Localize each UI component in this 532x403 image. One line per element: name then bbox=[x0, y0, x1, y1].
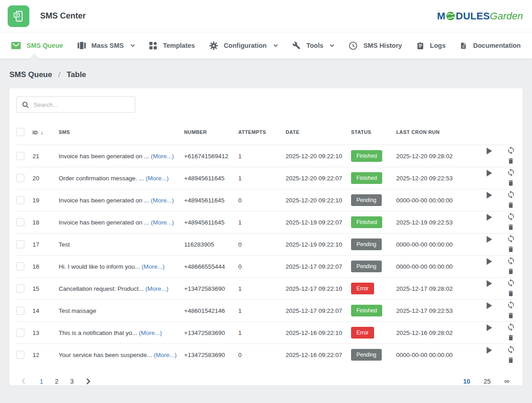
row-checkbox[interactable] bbox=[16, 152, 24, 160]
delete-button[interactable] bbox=[506, 244, 516, 254]
wrench-icon bbox=[292, 41, 301, 50]
run-button[interactable] bbox=[484, 168, 494, 178]
delete-button[interactable] bbox=[506, 355, 516, 365]
run-button[interactable] bbox=[484, 212, 494, 222]
nav-item-sms-queue[interactable]: SMS Queue bbox=[11, 42, 63, 49]
row-checkbox[interactable] bbox=[16, 307, 24, 315]
row-id: 18 bbox=[32, 211, 59, 234]
more-link[interactable]: (More...) bbox=[139, 330, 162, 336]
breadcrumb-section[interactable]: SMS Queue bbox=[9, 70, 52, 79]
delete-button[interactable] bbox=[506, 311, 516, 321]
column-header-date[interactable]: DATE bbox=[286, 122, 351, 145]
delete-button[interactable] bbox=[506, 266, 516, 276]
delete-button[interactable] bbox=[506, 289, 516, 298]
delete-button[interactable] bbox=[506, 200, 516, 210]
run-button[interactable] bbox=[484, 234, 494, 244]
delete-button[interactable] bbox=[506, 222, 516, 232]
resend-button[interactable] bbox=[506, 278, 516, 288]
column-header-number[interactable]: NUMBER bbox=[184, 122, 238, 145]
trash-icon bbox=[507, 157, 514, 165]
search-input[interactable] bbox=[33, 101, 130, 108]
resend-button[interactable] bbox=[506, 212, 516, 222]
trash-icon bbox=[507, 179, 514, 187]
resend-button[interactable] bbox=[506, 168, 516, 178]
run-button[interactable] bbox=[484, 256, 494, 266]
nav-item-tools[interactable]: Tools bbox=[292, 41, 335, 50]
run-button[interactable] bbox=[484, 345, 494, 355]
row-last-cron: 2025-12-20 09:28:02 bbox=[396, 145, 462, 167]
row-checkbox[interactable] bbox=[16, 262, 24, 270]
row-last-cron: 0000-00-00 00:00:00 bbox=[396, 344, 462, 366]
resend-button[interactable] bbox=[506, 234, 516, 244]
run-button[interactable] bbox=[484, 301, 494, 311]
more-link[interactable]: (More...) bbox=[153, 352, 176, 358]
row-id: 19 bbox=[32, 189, 59, 211]
run-button[interactable] bbox=[484, 190, 494, 200]
column-header-status[interactable]: STATUS bbox=[351, 122, 396, 145]
row-number: +48945611645 bbox=[184, 189, 238, 211]
status-badge: Pending bbox=[351, 261, 382, 272]
row-checkbox[interactable] bbox=[16, 218, 24, 226]
row-id: 17 bbox=[32, 234, 59, 256]
more-link[interactable]: (More...) bbox=[142, 263, 165, 270]
page-number-2[interactable]: 2 bbox=[55, 378, 59, 385]
column-header-sms[interactable]: SMS bbox=[59, 122, 184, 145]
run-button[interactable] bbox=[484, 146, 494, 156]
page-size-25[interactable]: 25 bbox=[484, 378, 491, 385]
play-icon bbox=[486, 280, 492, 287]
more-link[interactable]: (More...) bbox=[151, 219, 174, 226]
page-size-all[interactable]: ∞ bbox=[504, 377, 509, 385]
play-icon bbox=[486, 236, 492, 243]
more-link[interactable]: (More...) bbox=[151, 153, 174, 160]
row-date: 2025-12-19 09:22:10 bbox=[286, 234, 351, 256]
row-last-cron: 0000-00-00 00:00:00 bbox=[396, 256, 462, 278]
row-checkbox[interactable] bbox=[16, 284, 24, 293]
nav-item-mass-sms[interactable]: Mass SMS bbox=[78, 42, 135, 49]
page-number-1[interactable]: 1 bbox=[40, 378, 43, 385]
resend-button[interactable] bbox=[506, 146, 516, 156]
select-all-checkbox[interactable] bbox=[16, 128, 24, 136]
row-last-cron: 2025-12-17 09:28:02 bbox=[396, 278, 462, 300]
delete-button[interactable] bbox=[506, 333, 516, 343]
page-size-selector: 10 25 ∞ bbox=[463, 377, 515, 385]
column-header-attempts[interactable]: ATTEMPTS bbox=[238, 122, 286, 145]
table-row: 13 This is a notification that yo... (Mo… bbox=[16, 322, 516, 344]
delete-button[interactable] bbox=[506, 178, 516, 188]
search-box bbox=[16, 96, 135, 113]
resend-button[interactable] bbox=[506, 190, 516, 200]
column-header-last-cron-run[interactable]: LAST CRON RUN bbox=[396, 122, 462, 145]
nav-label: SMS Queue bbox=[27, 42, 63, 49]
sync-icon bbox=[507, 190, 515, 199]
status-badge: Pending bbox=[351, 238, 382, 250]
run-button[interactable] bbox=[484, 279, 494, 289]
resend-button[interactable] bbox=[506, 256, 516, 266]
resend-button[interactable] bbox=[506, 344, 516, 354]
nav-item-configuration[interactable]: Configuration bbox=[209, 41, 278, 50]
page-prev-button[interactable] bbox=[19, 376, 28, 386]
run-button[interactable] bbox=[484, 323, 494, 333]
nav-item-sms-history[interactable]: SMS History bbox=[349, 41, 402, 50]
resend-button[interactable] bbox=[506, 322, 516, 332]
row-checkbox[interactable] bbox=[16, 351, 24, 359]
row-checkbox[interactable] bbox=[16, 240, 24, 248]
row-checkbox[interactable] bbox=[16, 174, 24, 182]
row-checkbox[interactable] bbox=[16, 329, 24, 337]
delete-button[interactable] bbox=[506, 156, 516, 166]
more-link[interactable]: (More...) bbox=[151, 197, 174, 204]
table-row: 16 Hi. I would like to inform you... (Mo… bbox=[16, 256, 516, 278]
table-row: 17 Test 116283905 0 2025-12-19 09:22:10 … bbox=[16, 234, 516, 256]
status-badge: Pending bbox=[351, 194, 382, 206]
status-badge: Finished bbox=[351, 172, 382, 184]
row-checkbox[interactable] bbox=[16, 196, 24, 204]
more-link[interactable]: (More...) bbox=[145, 285, 168, 292]
nav-item-documentation[interactable]: Documentation bbox=[460, 41, 521, 50]
chevron-left-icon bbox=[22, 378, 25, 384]
column-header-id[interactable]: ID↓ bbox=[32, 122, 59, 145]
page-number-3[interactable]: 3 bbox=[70, 378, 74, 385]
page-size-10[interactable]: 10 bbox=[463, 378, 470, 385]
resend-button[interactable] bbox=[506, 300, 516, 310]
nav-item-templates[interactable]: Templates bbox=[149, 42, 195, 50]
page-next-button[interactable] bbox=[83, 376, 93, 386]
nav-item-logs[interactable]: Logs bbox=[416, 41, 446, 50]
more-link[interactable]: (More...) bbox=[146, 175, 169, 182]
